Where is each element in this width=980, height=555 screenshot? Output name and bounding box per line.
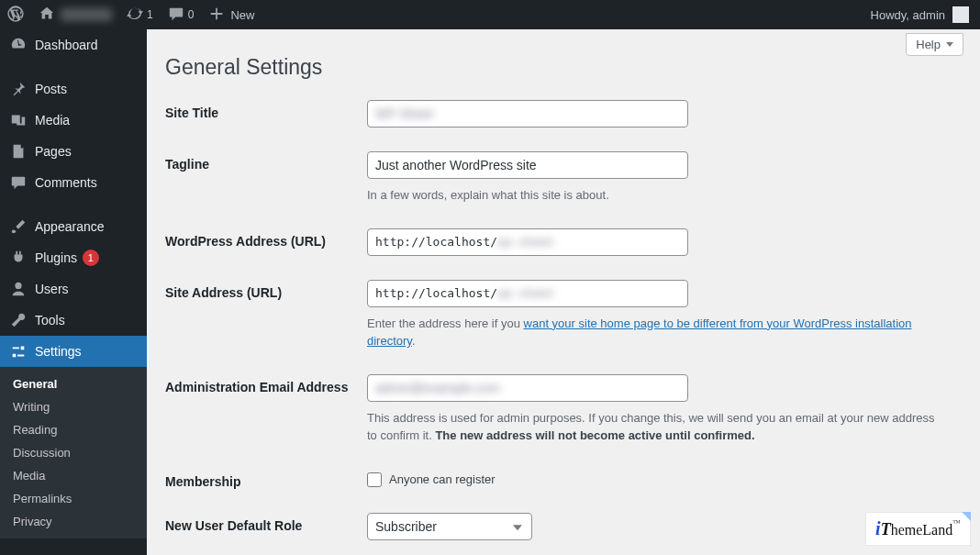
submenu-privacy[interactable]: Privacy — [0, 510, 147, 533]
updates-link[interactable]: 1 — [119, 0, 161, 29]
sidebar-item-settings[interactable]: Settings — [0, 336, 147, 367]
wp-logo[interactable] — [0, 0, 31, 29]
site-url-value-visible: http://localhost/ — [375, 286, 497, 300]
media-icon — [9, 111, 28, 129]
membership-label: Membership — [165, 469, 367, 489]
membership-checkbox[interactable] — [367, 472, 382, 487]
comment-icon — [9, 173, 28, 192]
sidebar-label: Tools — [35, 313, 65, 327]
pin-icon — [9, 80, 28, 98]
plugins-update-badge: 1 — [83, 250, 99, 266]
sidebar-label: Posts — [35, 82, 67, 96]
submenu-permalinks[interactable]: Permalinks — [0, 487, 147, 510]
site-url-input[interactable]: http://localhost/wp-sheet — [367, 280, 688, 307]
submenu-writing[interactable]: Writing — [0, 395, 147, 418]
site-title-value-blurred: WP Sheet — [375, 106, 433, 121]
admin-email-label: Administration Email Address — [165, 374, 367, 394]
account-menu[interactable]: Howdy, admin — [871, 6, 980, 23]
sidebar-label: Appearance — [35, 219, 105, 234]
plugin-icon — [9, 249, 28, 267]
site-url-label: Site Address (URL) — [165, 280, 367, 300]
sidebar-label: Settings — [35, 344, 82, 359]
comments-link[interactable]: 0 — [161, 0, 202, 29]
brand-rest: hemeLand — [891, 522, 953, 538]
sidebar-item-posts[interactable]: Posts — [0, 73, 147, 105]
brand-tm: ™ — [952, 518, 961, 527]
sidebar-item-dashboard[interactable]: Dashboard — [0, 29, 147, 61]
submenu-reading[interactable]: Reading — [0, 418, 147, 441]
new-label: New — [230, 8, 254, 22]
site-url-desc-pre: Enter the address here if you — [367, 316, 524, 330]
new-content[interactable]: New — [201, 0, 262, 29]
site-url-value-blurred: wp-sheet — [497, 286, 555, 300]
default-role-select[interactable]: Subscriber — [367, 513, 532, 540]
comment-icon — [168, 6, 184, 25]
page-icon — [9, 142, 28, 161]
sliders-icon — [9, 342, 28, 361]
row-site-title: Site Title WP Sheet — [165, 100, 962, 128]
membership-checkbox-label: Anyone can register — [389, 472, 496, 486]
updates-count: 1 — [147, 8, 153, 21]
howdy-text: Howdy, admin — [871, 8, 945, 22]
brand-t: T — [881, 520, 891, 538]
sidebar-label: Pages — [35, 144, 72, 159]
help-tab[interactable]: Help — [906, 33, 963, 56]
help-label: Help — [916, 38, 941, 51]
tagline-input[interactable] — [367, 151, 688, 179]
site-url-desc: Enter the address here if you want your … — [367, 315, 936, 350]
row-wp-url: WordPress Address (URL) http://localhost… — [165, 228, 962, 256]
submenu-discussion[interactable]: Discussion — [0, 441, 147, 464]
wp-url-value-visible: http://localhost/ — [375, 235, 497, 249]
brush-icon — [9, 217, 28, 236]
home-icon — [39, 6, 55, 25]
wp-url-value-blurred: wp-sheet — [497, 235, 555, 249]
submenu-general[interactable]: General — [0, 372, 147, 395]
sidebar-label: Media — [35, 113, 70, 128]
dashboard-icon — [9, 36, 28, 54]
sidebar-item-users[interactable]: Users — [0, 273, 147, 305]
wordpress-icon — [7, 6, 24, 25]
badge-fold-icon — [962, 512, 971, 521]
sidebar-label: Plugins — [35, 250, 77, 265]
sidebar-label: Dashboard — [35, 38, 98, 52]
tagline-label: Tagline — [165, 151, 367, 172]
settings-submenu: General Writing Reading Discussion Media… — [0, 367, 147, 538]
refresh-icon — [127, 6, 143, 25]
wrench-icon — [9, 311, 28, 329]
sidebar-label: Comments — [35, 175, 97, 190]
default-role-label: New User Default Role — [165, 513, 367, 533]
sidebar-item-appearance[interactable]: Appearance — [0, 211, 147, 242]
content-area: Help General Settings Site Title WP Shee… — [147, 29, 980, 555]
sidebar-item-comments[interactable]: Comments — [0, 167, 147, 198]
row-tagline: Tagline In a few words, explain what thi… — [165, 151, 962, 205]
site-title-input[interactable]: WP Sheet — [367, 100, 688, 128]
user-icon — [9, 280, 28, 298]
admin-sidebar: Dashboard Posts Media Pages Comments App… — [0, 29, 147, 555]
default-role-value: Subscriber — [375, 519, 437, 534]
sidebar-item-media[interactable]: Media — [0, 105, 147, 136]
sidebar-item-plugins[interactable]: Plugins 1 — [0, 242, 147, 273]
admin-email-desc-strong: The new address will not become active u… — [435, 428, 754, 442]
plus-icon — [208, 6, 225, 25]
admin-email-value-blurred: admin@example.com — [375, 381, 500, 395]
comments-count: 0 — [188, 8, 195, 21]
row-default-role: New User Default Role Subscriber — [165, 513, 962, 540]
row-site-url: Site Address (URL) http://localhost/wp-s… — [165, 280, 962, 350]
wp-url-input[interactable]: http://localhost/wp-sheet — [367, 228, 688, 256]
row-admin-email: Administration Email Address admin@examp… — [165, 374, 962, 445]
site-url-desc-post: . — [412, 334, 416, 348]
sidebar-item-pages[interactable]: Pages — [0, 136, 147, 167]
site-title-label: Site Title — [165, 100, 367, 120]
chevron-down-icon — [946, 42, 953, 47]
site-link[interactable] — [31, 0, 119, 29]
site-name-blurred — [61, 8, 112, 21]
row-membership: Membership Anyone can register — [165, 469, 962, 489]
membership-checkbox-wrap[interactable]: Anyone can register — [367, 469, 962, 487]
page-title: General Settings — [165, 55, 962, 80]
admin-email-desc: This address is used for admin purposes.… — [367, 409, 936, 445]
admin-email-input[interactable]: admin@example.com — [367, 374, 688, 402]
brand-badge: iThemeLand™ — [865, 512, 971, 546]
sidebar-item-tools[interactable]: Tools — [0, 305, 147, 336]
sidebar-label: Users — [35, 282, 69, 296]
submenu-media[interactable]: Media — [0, 464, 147, 487]
